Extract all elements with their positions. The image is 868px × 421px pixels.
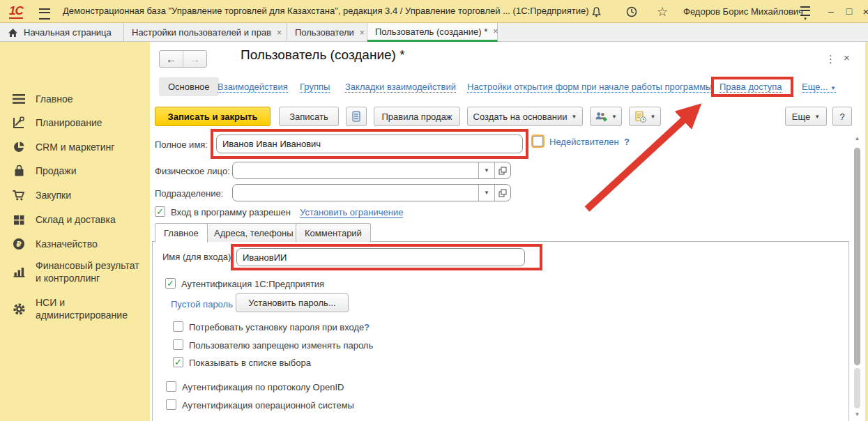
nav-tab-main[interactable]: Основное — [159, 77, 219, 96]
person-label: Физическое лицо: — [155, 166, 230, 176]
require-password-checkbox[interactable] — [173, 321, 183, 332]
svg-text:₽: ₽ — [16, 240, 22, 249]
help-button[interactable]: ? — [832, 107, 852, 126]
login-allowed-checkbox[interactable]: ✓ — [155, 206, 165, 217]
service-menu-button[interactable]: ▼ — [797, 5, 814, 22]
tab-close-icon[interactable]: × — [360, 28, 365, 38]
caret-down-icon: ▼ — [803, 17, 807, 20]
warehouse-grid-icon — [12, 213, 26, 227]
tab-home[interactable]: Начальная страница — [0, 23, 124, 42]
invalid-help-button[interactable]: ? — [624, 137, 630, 147]
window-title: Демонстрационная база "Управление торгов… — [63, 6, 589, 16]
history-button[interactable] — [623, 3, 640, 20]
require-password-label: Потребовать установку пароля при входе — [189, 322, 364, 332]
set-password-button[interactable]: Установить пароль... — [236, 293, 349, 312]
tasks-actions-button[interactable]: ▼ — [629, 107, 661, 126]
dropdown-button[interactable]: ▼ — [478, 185, 494, 201]
inner-tab-main[interactable]: Главное — [155, 223, 208, 243]
scroll-up-button[interactable]: ▲ — [852, 135, 862, 141]
users-actions-button[interactable]: ▼ — [590, 107, 622, 126]
coin-icon: ₽ — [12, 237, 26, 251]
window-frame-edge — [865, 42, 868, 421]
person-combo-field[interactable]: ▼ — [232, 162, 511, 179]
set-restriction-link[interactable]: Установить ограничение — [300, 207, 403, 218]
forbid-change-password-label: Пользователю запрещено изменять пароль — [189, 340, 373, 351]
nav-link-groups[interactable]: Группы — [300, 82, 330, 93]
page-title: Пользователь (создание) * — [241, 47, 405, 63]
forbid-change-password-checkbox[interactable] — [173, 339, 183, 350]
save-button[interactable]: Записать — [279, 107, 339, 126]
tab-close-icon[interactable]: × — [277, 28, 282, 38]
service-menu-icon — [800, 6, 810, 16]
more-button[interactable]: Еще ▼ — [785, 107, 827, 126]
users-add-icon — [595, 111, 607, 123]
minimize-button[interactable]: – — [823, 3, 839, 20]
open-in-window-icon — [498, 189, 507, 197]
dropdown-button[interactable]: ▼ — [478, 162, 494, 178]
shopping-cart-icon — [12, 188, 26, 202]
show-in-list-checkbox[interactable]: ✓ — [173, 357, 183, 367]
login-name-input[interactable] — [236, 248, 525, 266]
login-allowed-label: Вход в программу разрешен — [171, 207, 291, 217]
department-label: Подразделение: — [155, 188, 223, 199]
bell-icon — [591, 6, 602, 18]
auth-openid-checkbox[interactable] — [166, 381, 176, 392]
sidebar-item-finance[interactable]: Финансовый результат и контроллинг — [0, 259, 150, 284]
document-clock-icon — [634, 111, 646, 123]
section-sidebar: Главное Планирование CRM и маркетинг Про… — [0, 42, 150, 421]
scrollbar-track[interactable] — [854, 368, 860, 408]
open-button[interactable] — [494, 185, 510, 201]
tab-close-icon[interactable]: × — [493, 26, 498, 36]
current-user[interactable]: Федоров Борис Михайлович — [683, 6, 803, 17]
favorites-button[interactable]: ☆ — [654, 3, 671, 20]
tab-users[interactable]: Пользователи × — [287, 23, 367, 42]
window-tab-bar: Начальная страница Настройки пользовател… — [0, 23, 868, 42]
tab-user-settings[interactable]: Настройки пользователей и прав × — [124, 23, 287, 42]
sidebar-item-admin[interactable]: НСИ и администрирование — [0, 296, 150, 321]
open-button[interactable] — [494, 162, 510, 178]
main-menu-button[interactable] — [36, 6, 53, 22]
notifications-button[interactable] — [588, 3, 604, 20]
nav-more-link[interactable]: Еще... ▼ — [802, 82, 836, 93]
tab-label: Настройки пользователей и прав — [132, 27, 271, 38]
nav-link-access-rights[interactable]: Права доступа — [719, 82, 782, 93]
sidebar-item-treasury[interactable]: ₽ Казначейство — [0, 237, 150, 251]
sidebar-item-warehouse[interactable]: Склад и доставка — [0, 213, 150, 227]
form-close-button[interactable]: × — [844, 52, 850, 63]
sidebar-item-main[interactable]: Главное — [0, 92, 150, 106]
scroll-down-button[interactable]: ▼ — [852, 411, 862, 418]
scrollbar-thumb[interactable] — [854, 148, 860, 365]
sales-rules-button[interactable]: Правила продаж — [374, 107, 460, 126]
window-close-button[interactable]: × — [858, 3, 868, 20]
show-in-list-label: Показывать в списке выбора — [189, 358, 311, 368]
planning-chart-icon — [12, 116, 26, 130]
forward-button[interactable]: → — [183, 51, 206, 67]
tab-label: Начальная страница — [24, 27, 112, 38]
sidebar-item-sales[interactable]: Продажи — [0, 164, 150, 178]
maximize-button[interactable]: □ — [841, 3, 858, 20]
nav-link-form-open-settings[interactable]: Настройки открытия форм при начале работ… — [467, 82, 712, 93]
bar-chart-icon — [12, 265, 26, 279]
form-kebab-menu[interactable]: ⋮ — [825, 53, 836, 66]
tab-label: Пользователь (создание) * — [375, 26, 487, 37]
back-button[interactable]: ← — [160, 51, 183, 67]
nav-link-interaction-bookmarks[interactable]: Закладки взаимодействий — [345, 82, 456, 93]
register-records-button[interactable] — [346, 107, 367, 126]
auth-os-label: Аутентификация операционной системы — [182, 400, 354, 411]
tab-user-create[interactable]: Пользователь (создание) * × — [367, 23, 498, 42]
create-based-on-button[interactable]: Создать на основании ▼ — [467, 107, 583, 126]
auth-os-checkbox[interactable] — [166, 399, 176, 410]
department-combo-field[interactable]: ▼ — [232, 184, 511, 201]
save-and-close-button[interactable]: Записать и закрыть — [155, 107, 271, 126]
auth-1c-checkbox[interactable]: ✓ — [165, 278, 176, 289]
invalid-checkbox[interactable] — [533, 136, 543, 146]
auth-1c-label: Аутентификация 1С:Предприятия — [181, 279, 324, 289]
nav-link-interactions[interactable]: Взаимодействия — [218, 82, 288, 93]
sidebar-item-purchases[interactable]: Закупки — [0, 188, 150, 202]
full-name-input[interactable] — [216, 135, 523, 153]
inner-tab-addresses[interactable]: Адреса, телефоны — [205, 223, 303, 242]
sidebar-item-planning[interactable]: Планирование — [0, 116, 150, 130]
inner-tab-comment[interactable]: Комментарий — [296, 223, 371, 242]
require-password-help-button[interactable]: ? — [364, 322, 370, 332]
sidebar-item-crm[interactable]: CRM и маркетинг — [0, 140, 150, 154]
